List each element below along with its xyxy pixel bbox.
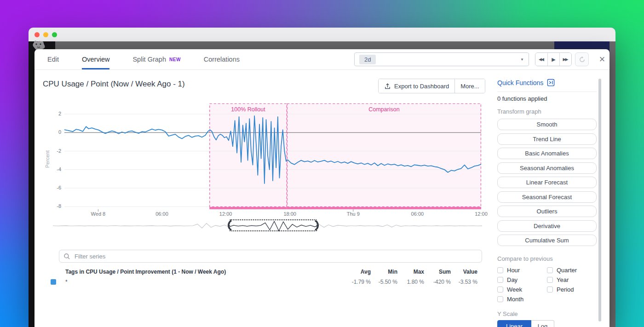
checkbox-label: Day — [507, 276, 518, 283]
yscale-linear[interactable]: Linear — [497, 320, 531, 327]
scrubber-handle-right[interactable] — [314, 220, 319, 230]
quick-functions-link[interactable]: Quick Functions — [497, 79, 555, 86]
compare-option-week[interactable]: Week — [497, 285, 547, 294]
checkbox-label: Year — [557, 276, 569, 283]
tab-correlations[interactable]: Correlations — [204, 49, 240, 69]
minimize-window-button[interactable] — [43, 32, 48, 37]
y-tick-label: -6 — [48, 185, 61, 190]
checkbox-hour[interactable] — [497, 267, 503, 273]
function-basic-anomalies[interactable]: Basic Anomalies — [497, 148, 597, 159]
compare-option-day[interactable]: Day — [497, 275, 547, 285]
tab-label: Edit — [47, 56, 59, 63]
filter-series-box — [59, 250, 482, 263]
compare-option-period[interactable]: Period — [547, 285, 602, 294]
close-window-button[interactable] — [34, 32, 40, 37]
checkbox-week[interactable] — [497, 287, 503, 293]
annotation-bar — [287, 207, 481, 209]
stat-value: 1.80 % — [397, 279, 424, 285]
function-seasonal-anomalies[interactable]: Seasonal Anomalies — [497, 162, 597, 174]
browser-window: EditOverviewSplit GraphNEWCorrelations 2… — [29, 28, 615, 327]
function-linear-forecast[interactable]: Linear Forecast — [497, 177, 597, 188]
export-button-group: Export to Dashboard More... — [378, 79, 485, 93]
tab-overview[interactable]: Overview — [82, 49, 109, 69]
function-seasonal-forecast[interactable]: Seasonal Forecast — [497, 191, 597, 203]
checkbox-period[interactable] — [547, 287, 553, 293]
series-tag: * — [65, 279, 344, 285]
export-to-dashboard-button[interactable]: Export to Dashboard — [379, 79, 454, 93]
y-tick-label: -4 — [48, 166, 61, 172]
checkbox-year[interactable] — [547, 277, 553, 283]
stat-value: -420 % — [424, 279, 451, 285]
timerange-tag[interactable]: 2d — [359, 55, 376, 64]
stat-column-header: Value — [451, 269, 477, 275]
scrubber-selection[interactable] — [229, 219, 317, 231]
cpu-usage-chart[interactable]: 100% RolloutComparison — [64, 103, 481, 212]
search-icon — [63, 253, 70, 260]
y-tick-label: 2 — [48, 111, 61, 116]
tab-label: Correlations — [204, 56, 240, 63]
checkbox-label: Week — [507, 286, 522, 293]
tab-edit[interactable]: Edit — [47, 49, 59, 69]
checkbox-label: Month — [507, 296, 523, 303]
checkbox-month[interactable] — [497, 296, 503, 302]
export-label: Export to Dashboard — [394, 83, 449, 90]
stat-value: -5.50 % — [371, 279, 397, 285]
y-scale-label: Y Scale — [497, 310, 518, 317]
checkbox-day[interactable] — [497, 277, 503, 283]
window-titlebar — [29, 28, 615, 41]
graph-editor-modal: EditOverviewSplit GraphNEWCorrelations 2… — [34, 49, 610, 327]
tab-split-graph[interactable]: Split GraphNEW — [132, 49, 180, 69]
annotation-region — [287, 103, 481, 207]
compare-option-year[interactable]: Year — [547, 275, 602, 285]
scrubber-handle-left[interactable] — [228, 220, 232, 230]
upload-icon — [384, 83, 391, 90]
checkbox-label: Hour — [507, 267, 520, 274]
series-table-header-row: Tags in CPU Usage / Point Improvement (1… — [51, 267, 477, 276]
compare-option-month[interactable]: Month — [497, 294, 547, 304]
y-tick-label: -2 — [48, 148, 61, 154]
compare-to-previous-label: Compare to previous — [497, 255, 553, 262]
function-smooth[interactable]: Smooth — [497, 119, 597, 130]
y-tick-label: 0 — [48, 129, 61, 135]
annotation-label: Comparison — [368, 106, 399, 113]
quick-functions-label: Quick Functions — [497, 79, 543, 86]
function-derivative[interactable]: Derivative — [497, 220, 597, 232]
y-tick-label: -8 — [48, 203, 61, 209]
function-cumulative-sum[interactable]: Cumulative Sum — [497, 235, 597, 246]
function-trend-line[interactable]: Trend Line — [497, 133, 597, 145]
annotation-bar — [209, 207, 287, 209]
stat-value: -1.79 % — [344, 279, 371, 285]
tab-label: Overview — [82, 56, 109, 63]
checkbox-quarter[interactable] — [547, 267, 553, 273]
filter-series-input[interactable] — [74, 252, 477, 260]
compare-option-hour[interactable]: Hour — [497, 265, 547, 275]
more-button[interactable]: More... — [454, 79, 484, 93]
stat-value: -3.53 % — [451, 279, 477, 285]
series-color-swatch[interactable] — [51, 279, 56, 285]
maximize-window-button[interactable] — [52, 32, 57, 37]
quick-functions-panel: Quick Functions 0 functions applied Tran… — [497, 49, 604, 327]
timeline-scrubber[interactable] — [53, 219, 482, 233]
yscale-log[interactable]: Log — [531, 320, 554, 327]
stat-column-header: Max — [397, 269, 424, 275]
open-side-panel-icon — [547, 79, 555, 86]
stat-column-header: Avg — [344, 269, 371, 275]
sidebar-scrollbar[interactable] — [598, 79, 601, 321]
graph-title: CPU Usage / Point (Now / Week Ago - 1) — [43, 80, 185, 89]
annotation-label: 100% Rollout — [231, 106, 265, 113]
series-table-title: Tags in CPU Usage / Point Improvement (1… — [65, 269, 344, 275]
desktop-background: EditOverviewSplit GraphNEWCorrelations 2… — [0, 0, 644, 327]
new-badge: NEW — [169, 57, 181, 62]
stat-column-header: Sum — [424, 269, 451, 275]
checkbox-label: Quarter — [557, 267, 577, 274]
checkbox-label: Period — [557, 286, 574, 293]
function-outliers[interactable]: Outliers — [497, 206, 597, 217]
series-table-row: * -1.79 %-5.50 %1.80 %-420 %-3.53 % — [51, 277, 477, 287]
transform-graph-label: Transform graph — [497, 108, 541, 115]
sidebar-divider — [497, 92, 597, 92]
tab-label: Split Graph — [132, 56, 166, 63]
functions-applied-count: 0 functions applied — [497, 95, 547, 102]
stat-column-header: Min — [371, 269, 397, 275]
y-axis-title: Percent — [45, 122, 50, 196]
compare-option-quarter[interactable]: Quarter — [547, 265, 602, 275]
